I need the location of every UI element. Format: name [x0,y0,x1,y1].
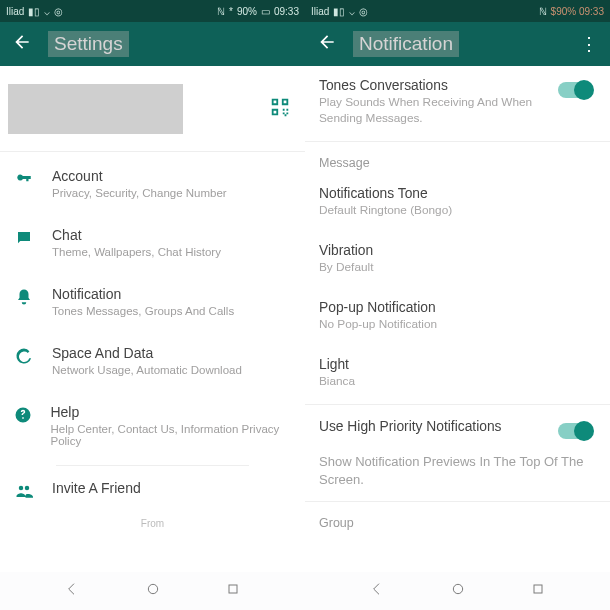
section-message: Message [305,144,610,174]
item-title: Invite A Friend [52,480,141,496]
row-title: Tones Conversations [319,78,558,93]
sidebar-item-notification[interactable]: NotificationTones Messages, Groups And C… [0,272,305,331]
profile-row[interactable] [0,66,305,152]
row-high-priority[interactable]: Use High Priority Notifications [305,407,610,451]
avatar [8,84,183,134]
clock: 09:33 [274,6,299,17]
toggle-switch[interactable] [558,82,592,98]
row-title: Use High Priority Notifications [319,419,558,434]
help-icon [14,404,32,424]
battery-pct: 90% [237,6,257,17]
qr-icon[interactable] [269,96,291,122]
item-sub: Network Usage, Automatic Download [52,364,242,376]
sidebar-item-help[interactable]: HelpHelp Center, Contact Us, Information… [0,390,305,461]
wifi-icon: ⌵ [44,6,50,17]
row-sub: By Default [319,260,596,276]
nav-back-icon[interactable] [64,581,80,601]
divider [305,404,610,405]
divider [305,501,610,502]
page-title: Settings [48,31,129,57]
item-sub: Tones Messages, Groups And Calls [52,305,234,317]
item-sub: Privacy, Security, Change Number [52,187,227,199]
row-title: Notifications Tone [319,186,596,201]
wifi-icon: ⌵ [349,6,355,17]
nav-recent-icon[interactable] [530,581,546,601]
nav-home-icon[interactable] [145,581,161,601]
sidebar-item-chat[interactable]: ChatTheme, Wallpapers, Chat History [0,213,305,272]
svg-rect-3 [534,585,542,593]
nav-home-icon[interactable] [450,581,466,601]
item-title: Chat [52,227,221,243]
toggle-switch[interactable] [558,423,592,439]
android-nav-bar [0,572,610,610]
chat-icon [14,227,34,247]
signal-icon: ▮▯ [333,6,345,17]
people-icon [14,480,34,500]
row-sub: Default Ringtone (Bongo) [319,203,596,219]
back-button[interactable] [317,32,337,56]
row-sub: No Pop-up Notification [319,317,596,333]
notification-list: Tones Conversations Play Sounds When Rec… [305,66,610,534]
row-vibration[interactable]: Vibration By Default [305,231,610,288]
item-title: Help [50,404,293,420]
back-button[interactable] [12,32,32,56]
svg-point-0 [148,584,157,593]
battery-time: $90% 09:33 [551,6,604,17]
app-bar: Notification ⋮ [305,22,610,66]
item-title: Account [52,168,227,184]
nav-recent-icon[interactable] [225,581,241,601]
row-sub: Bianca [319,374,596,390]
status-bar: Iliad ▮▯ ⌵ ◎ ℕ $90% 09:33 [305,0,610,22]
item-title: Notification [52,286,234,302]
data-usage-icon [14,345,34,365]
key-icon [14,168,34,188]
row-tones-conversations[interactable]: Tones Conversations Play Sounds When Rec… [305,66,610,139]
page-title: Notification [353,31,459,57]
row-title: Vibration [319,243,596,258]
nfc-icon: ℕ [539,6,547,17]
settings-list: AccountPrivacy, Security, Change Number … [0,152,305,531]
row-light[interactable]: Light Bianca [305,345,610,402]
row-sub: Play Sounds When Receiving And When Send… [319,95,558,127]
bell-icon [14,286,34,306]
row-sub: Show Notification Previews In The Top Of… [305,451,610,499]
camera-icon: ◎ [54,6,63,17]
item-sub: Theme, Wallpapers, Chat History [52,246,221,258]
bluetooth-icon: * [229,6,233,17]
row-title: Pop-up Notification [319,300,596,315]
nfc-icon: ℕ [217,6,225,17]
divider [305,141,610,142]
battery-icon: ▭ [261,6,270,17]
item-title: Space And Data [52,345,242,361]
nav-back-icon[interactable] [369,581,385,601]
signal-icon: ▮▯ [28,6,40,17]
from-label: From [0,514,305,531]
row-title: Light [319,357,596,372]
section-group: Group [305,504,610,534]
status-bar: Iliad ▮▯ ⌵ ◎ ℕ * 90% ▭ 09:33 [0,0,305,22]
sidebar-item-data[interactable]: Space And DataNetwork Usage, Automatic D… [0,331,305,390]
item-sub: Help Center, Contact Us, Information Pri… [50,423,293,447]
svg-point-2 [453,584,462,593]
carrier-label: Iliad [311,6,329,17]
carrier-label: Iliad [6,6,24,17]
sidebar-item-invite[interactable]: Invite A Friend [0,466,305,514]
app-bar: Settings [0,22,305,66]
row-popup[interactable]: Pop-up Notification No Pop-up Notificati… [305,288,610,345]
overflow-menu-icon[interactable]: ⋮ [580,33,598,55]
sidebar-item-account[interactable]: AccountPrivacy, Security, Change Number [0,154,305,213]
svg-rect-1 [229,585,237,593]
row-notification-tone[interactable]: Notifications Tone Default Ringtone (Bon… [305,174,610,231]
camera-icon: ◎ [359,6,368,17]
